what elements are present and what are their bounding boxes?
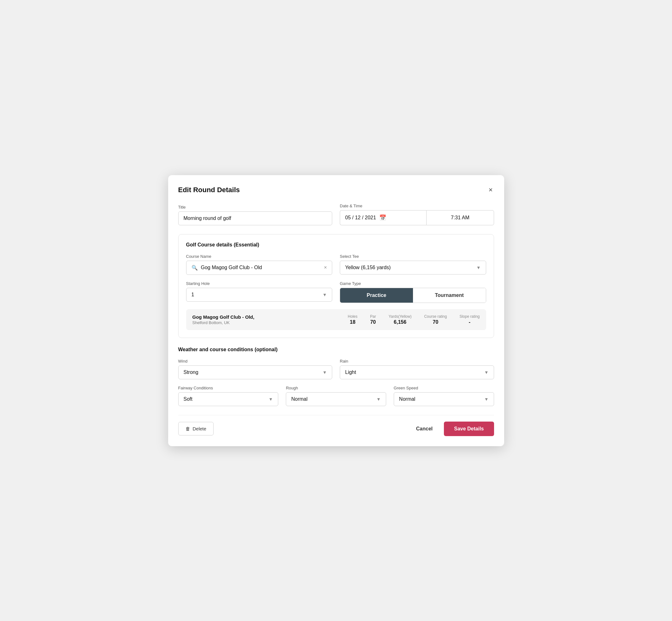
starting-hole-dropdown[interactable]: 1 ▼: [186, 288, 333, 302]
chevron-down-icon-4: ▼: [484, 370, 489, 375]
weather-title: Weather and course conditions (optional): [178, 347, 494, 353]
course-name-label: Course Name: [186, 254, 333, 259]
rough-label: Rough: [286, 385, 386, 390]
wind-field: Wind Strong ▼: [178, 359, 333, 379]
conditions-row: Fairway Conditions Soft ▼ Rough Normal ▼…: [178, 385, 494, 406]
course-search-box[interactable]: 🔍 Gog Magog Golf Club - Old ×: [186, 261, 333, 275]
rough-dropdown[interactable]: Normal ▼: [286, 392, 386, 406]
golf-course-section-title: Golf Course details (Essential): [186, 242, 486, 248]
search-icon: 🔍: [192, 265, 198, 271]
course-stats: Holes 18 Par 70 Yards(Yellow) 6,156 Cour…: [348, 314, 479, 325]
rain-dropdown[interactable]: Light ▼: [340, 365, 494, 379]
starting-hole-label: Starting Hole: [186, 281, 333, 286]
green-speed-dropdown[interactable]: Normal ▼: [394, 392, 494, 406]
course-name-text: Gog Magog Golf Club - Old: [201, 265, 321, 271]
select-tee-dropdown[interactable]: Yellow (6,156 yards) ▼: [340, 261, 486, 275]
green-speed-label: Green Speed: [394, 385, 494, 390]
rain-field: Rain Light ▼: [340, 359, 494, 379]
weather-section: Weather and course conditions (optional)…: [178, 347, 494, 406]
select-tee-field: Select Tee Yellow (6,156 yards) ▼: [340, 254, 486, 275]
yards-label: Yards(Yellow): [389, 314, 412, 319]
fairway-label: Fairway Conditions: [178, 385, 279, 390]
practice-button[interactable]: Practice: [340, 288, 413, 303]
course-info-location: Shelford Bottom, UK: [193, 320, 348, 325]
chevron-down-icon-7: ▼: [484, 397, 489, 402]
rough-field: Rough Normal ▼: [286, 385, 386, 406]
chevron-down-icon: ▼: [476, 265, 481, 270]
title-input[interactable]: [178, 211, 333, 225]
fairway-field: Fairway Conditions Soft ▼: [178, 385, 279, 406]
edit-round-modal: Edit Round Details × Title Date & Time 0…: [168, 175, 504, 446]
datetime-label: Date & Time: [340, 204, 494, 208]
green-speed-value: Normal: [399, 396, 416, 402]
stat-holes: Holes 18: [348, 314, 358, 325]
wind-value: Strong: [183, 370, 199, 375]
chevron-down-icon-2: ▼: [323, 292, 327, 297]
slope-rating-label: Slope rating: [459, 314, 479, 319]
select-tee-value: Yellow (6,156 yards): [345, 265, 390, 271]
title-field-group: Title: [178, 205, 333, 225]
stat-par: Par 70: [370, 314, 376, 325]
chevron-down-icon-3: ▼: [323, 370, 327, 375]
holes-label: Holes: [348, 314, 358, 319]
stat-slope-rating: Slope rating -: [459, 314, 479, 325]
starting-hole-value: 1: [192, 292, 194, 298]
course-tee-row: Course Name 🔍 Gog Magog Golf Club - Old …: [186, 254, 486, 275]
cancel-button[interactable]: Cancel: [411, 422, 437, 436]
course-info-bar: Gog Magog Golf Club - Old, Shelford Bott…: [186, 309, 486, 330]
select-tee-label: Select Tee: [340, 254, 486, 259]
wind-label: Wind: [178, 359, 333, 364]
yards-value: 6,156: [394, 319, 406, 325]
stat-course-rating: Course rating 70: [424, 314, 447, 325]
footer-right: Cancel Save Details: [411, 422, 494, 436]
course-info-main: Gog Magog Golf Club - Old, Shelford Bott…: [193, 314, 348, 325]
save-button[interactable]: Save Details: [444, 422, 494, 436]
game-type-label: Game Type: [340, 281, 486, 286]
par-label: Par: [370, 314, 376, 319]
time-value: 7:31 AM: [451, 215, 469, 220]
tournament-button[interactable]: Tournament: [413, 288, 486, 303]
course-info-name: Gog Magog Golf Club - Old,: [193, 314, 348, 320]
rain-label: Rain: [340, 359, 494, 364]
fairway-value: Soft: [183, 396, 193, 402]
course-rating-label: Course rating: [424, 314, 447, 319]
golf-course-section: Golf Course details (Essential) Course N…: [178, 234, 494, 338]
delete-button[interactable]: 🗑 Delete: [178, 422, 214, 436]
wind-rain-row: Wind Strong ▼ Rain Light ▼: [178, 359, 494, 379]
rain-value: Light: [345, 370, 356, 375]
hole-gametype-row: Starting Hole 1 ▼ Game Type Practice Tou…: [186, 281, 486, 303]
chevron-down-icon-6: ▼: [376, 397, 381, 402]
datetime-field-group: Date & Time 05 / 12 / 2021 📅 7:31 AM: [340, 204, 494, 225]
game-type-field: Game Type Practice Tournament: [340, 281, 486, 303]
calendar-icon: 📅: [379, 214, 386, 221]
title-label: Title: [178, 205, 333, 210]
course-rating-value: 70: [433, 319, 438, 325]
trash-icon: 🗑: [185, 426, 190, 431]
close-button[interactable]: ×: [488, 185, 494, 195]
green-speed-field: Green Speed Normal ▼: [394, 385, 494, 406]
starting-hole-field: Starting Hole 1 ▼: [186, 281, 333, 303]
game-type-toggle: Practice Tournament: [340, 288, 486, 303]
footer-row: 🗑 Delete Cancel Save Details: [178, 415, 494, 436]
clear-icon[interactable]: ×: [324, 265, 327, 271]
chevron-down-icon-5: ▼: [268, 397, 273, 402]
date-value: 05 / 12 / 2021: [345, 215, 376, 220]
modal-title: Edit Round Details: [178, 186, 240, 194]
modal-header: Edit Round Details ×: [178, 185, 494, 195]
time-input-box[interactable]: 7:31 AM: [426, 210, 494, 225]
slope-rating-value: -: [469, 319, 470, 325]
par-value: 70: [370, 319, 376, 325]
course-name-field: Course Name 🔍 Gog Magog Golf Club - Old …: [186, 254, 333, 275]
date-input-box[interactable]: 05 / 12 / 2021 📅: [340, 210, 426, 225]
stat-yards: Yards(Yellow) 6,156: [389, 314, 412, 325]
holes-value: 18: [350, 319, 355, 325]
datetime-row: 05 / 12 / 2021 📅 7:31 AM: [340, 210, 494, 225]
delete-label: Delete: [193, 426, 206, 431]
rough-value: Normal: [291, 396, 307, 402]
wind-dropdown[interactable]: Strong ▼: [178, 365, 333, 379]
top-row: Title Date & Time 05 / 12 / 2021 📅 7:31 …: [178, 204, 494, 225]
fairway-dropdown[interactable]: Soft ▼: [178, 392, 279, 406]
